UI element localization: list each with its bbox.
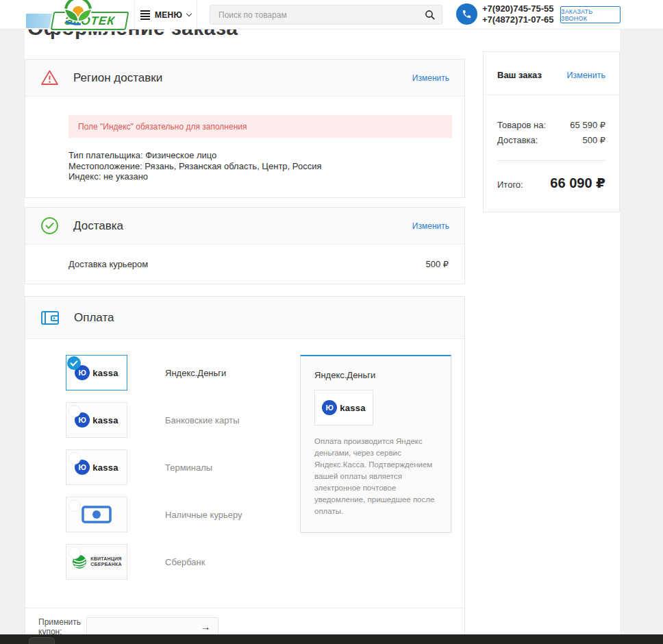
delivery-label: Доставка: xyxy=(497,135,538,145)
order-summary-title: Ваш заказ xyxy=(497,70,542,80)
radio-unchecked-icon[interactable] xyxy=(68,452,81,465)
leaf-sun-emblem xyxy=(60,0,96,27)
delivery-section-title: Доставка xyxy=(73,219,123,233)
payment-card-yookassa[interactable]: Ю kassa xyxy=(66,402,127,438)
delivery-value: 500 ₽ xyxy=(582,135,605,145)
check-circle-icon xyxy=(40,216,59,235)
order-summary-header: Ваш заказ Изменить xyxy=(484,52,619,95)
location-line: Местоположение: Рязань, Рязанская област… xyxy=(68,161,452,172)
payment-option-label[interactable]: Терминалы xyxy=(165,462,212,473)
delivery-method-row: Доставка курьером 500 ₽ xyxy=(25,245,464,284)
items-value: 65 590 ₽ xyxy=(570,120,605,130)
section-delivery: Доставка Изменить Доставка курьером 500 … xyxy=(25,207,465,284)
footer-strip xyxy=(0,634,663,644)
yookassa-logo: Ю kassa xyxy=(322,400,366,415)
phone-numbers: +7(920)745-75-55 +7(4872)71-07-65 xyxy=(482,3,553,25)
coupon-input[interactable] xyxy=(92,618,195,636)
payment-card-sberbank[interactable]: КВИТАНЦИЯ СБЕРБАНКА xyxy=(66,544,127,580)
payment-card-yookassa[interactable]: Ю kassa xyxy=(66,355,127,391)
payment-option-label[interactable]: Банковские карты xyxy=(165,415,240,425)
ecotek-logo[interactable]: ЭКОТЕК xyxy=(25,0,134,33)
wallet-icon xyxy=(40,309,60,327)
index-line: Индекс: не указано xyxy=(68,171,452,182)
coupon-submit-button[interactable]: → xyxy=(196,618,215,636)
payment-section-title: Оплата xyxy=(74,311,114,325)
hamburger-icon xyxy=(140,9,150,21)
payment-option-label[interactable]: Наличные курьеру xyxy=(165,510,242,520)
delivery-change-link[interactable]: Изменить xyxy=(412,221,449,231)
coupon-label: Применить купон: xyxy=(38,617,82,636)
order-summary-body: Товаров на: 65 590 ₽ Доставка: 500 ₽ Ито… xyxy=(484,95,619,212)
summary-row-delivery: Доставка: 500 ₽ xyxy=(497,135,605,145)
menu-label: МЕНЮ xyxy=(155,10,182,20)
region-section-header: Регион доставки Изменить xyxy=(25,60,464,97)
sberbank-receipt-label: КВИТАНЦИЯ СБЕРБАНКА xyxy=(90,556,121,567)
delivery-method: Доставка курьером xyxy=(68,259,148,269)
payment-option-label[interactable]: Сбербанк xyxy=(165,557,205,567)
items-label: Товаров на: xyxy=(497,120,546,130)
yookassa-logo: Ю kassa xyxy=(75,460,118,475)
coupon-input-box: → xyxy=(86,617,218,636)
radio-unchecked-icon[interactable] xyxy=(68,547,81,559)
total-value: 66 090 ₽ xyxy=(550,175,605,191)
payer-type-line: Тип плательщика: Физическое лицо xyxy=(68,150,452,161)
payment-option-label[interactable]: Яндекс.Деньги xyxy=(165,368,226,378)
phone-icon xyxy=(456,3,477,25)
section-delivery-region: Регион доставки Изменить Поле "Индекс" о… xyxy=(25,59,465,198)
banknote-icon xyxy=(82,506,112,523)
region-change-link[interactable]: Изменить xyxy=(412,73,449,83)
phone-number-1[interactable]: +7(920)745-75-55 xyxy=(482,3,553,14)
radio-unchecked-icon[interactable] xyxy=(68,405,81,417)
footer-nub xyxy=(29,637,55,644)
phone-number-2[interactable]: +7(4872)71-07-65 xyxy=(482,14,553,25)
search-input[interactable] xyxy=(218,5,417,24)
total-label: Итого: xyxy=(497,179,523,190)
payment-option-sberbank[interactable]: КВИТАНЦИЯ СБЕРБАНКА Сбербанк xyxy=(66,544,464,580)
payment-card-yookassa[interactable]: Ю kassa xyxy=(66,449,127,485)
summary-total-row: Итого: 66 090 ₽ xyxy=(497,175,605,191)
search-bar xyxy=(210,5,442,25)
payment-options-list: Ю kassa Яндекс.Деньги Ю kassa Банковские… xyxy=(25,339,464,608)
order-summary-panel: Ваш заказ Изменить Товаров на: 65 590 ₽ … xyxy=(483,51,620,212)
order-change-link[interactable]: Изменить xyxy=(567,71,605,80)
checkout-page: Оформление заказа МЕНЮ +7(920)745-75-55 … xyxy=(0,0,663,644)
payment-detail-logo-box: Ю kassa xyxy=(314,390,373,425)
menu-button[interactable]: МЕНЮ xyxy=(134,0,197,29)
summary-row-items: Товаров на: 65 590 ₽ xyxy=(497,120,605,130)
delivery-price: 500 ₽ xyxy=(425,259,449,269)
error-text: Поле "Индекс" обязательно для заполнения xyxy=(68,122,247,132)
index-required-error: Поле "Индекс" обязательно для заполнения xyxy=(68,115,452,138)
summary-divider xyxy=(497,160,605,161)
section-payment: Оплата Ю kassa Яндекс.Деньги Ю xyxy=(25,296,465,644)
chevron-down-icon xyxy=(186,11,192,16)
order-call-button[interactable]: ЗАКАЗАТЬ ЗВОНОК xyxy=(560,6,621,23)
yookassa-logo: Ю kassa xyxy=(75,412,118,428)
region-details: Тип плательщика: Физическое лицо Местопо… xyxy=(68,150,452,182)
delivery-section-header: Доставка Изменить xyxy=(25,208,464,245)
payment-card-cash[interactable] xyxy=(66,497,127,532)
search-icon[interactable] xyxy=(425,10,436,23)
payment-detail-title: Яндекс.Деньги xyxy=(314,370,438,380)
payment-detail-description: Оплата производится Яндекс деньгами, чер… xyxy=(314,436,438,517)
yookassa-logo: Ю kassa xyxy=(75,365,118,380)
radio-unchecked-icon[interactable] xyxy=(68,499,81,512)
region-section-title: Регион доставки xyxy=(73,71,162,85)
payment-detail-panel: Яндекс.Деньги Ю kassa Оплата производитс… xyxy=(300,355,451,533)
radio-checked-icon[interactable] xyxy=(67,356,81,370)
payment-section-header: Оплата xyxy=(25,297,464,339)
warning-icon xyxy=(40,69,59,86)
